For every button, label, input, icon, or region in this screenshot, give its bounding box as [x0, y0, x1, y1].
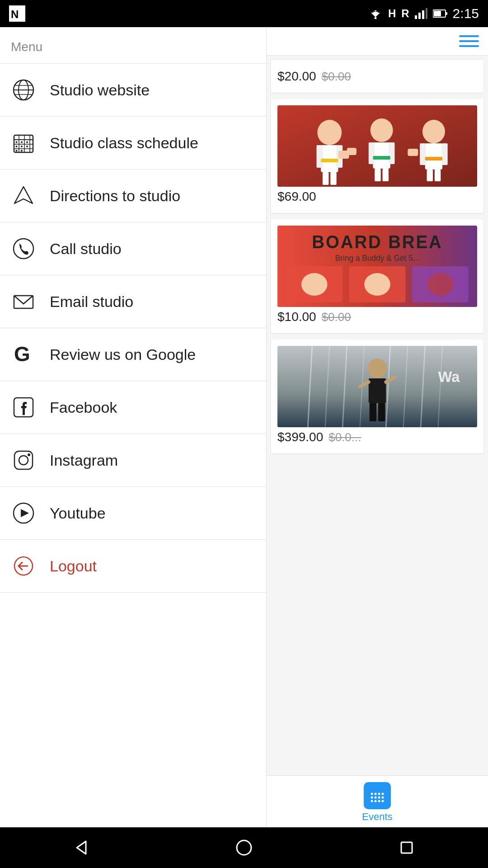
globe-icon — [11, 77, 36, 103]
product-image-warrior: Wa — [277, 346, 477, 427]
google-icon: G — [11, 342, 36, 367]
svg-point-39 — [19, 456, 28, 465]
product-card-1[interactable]: $20.00 $0.00 — [271, 60, 483, 93]
menu-item-facebook[interactable]: Facebook — [0, 381, 266, 434]
svg-point-99 — [382, 793, 384, 795]
r-indicator: R — [401, 7, 409, 20]
svg-point-76 — [301, 273, 328, 296]
menu-item-review-google[interactable]: G Review us on Google — [0, 328, 266, 381]
home-button[interactable] — [230, 834, 258, 861]
svg-point-27 — [26, 142, 28, 143]
battery-icon — [433, 9, 447, 18]
price-row-1: $20.00 $0.00 — [277, 66, 477, 86]
directions-label: Directions to studio — [50, 187, 180, 205]
menu-item-logout[interactable]: Logout — [0, 540, 266, 593]
svg-point-34 — [14, 239, 33, 259]
svg-rect-7 — [418, 13, 421, 19]
menu-item-email-studio[interactable]: Email studio — [0, 275, 266, 328]
svg-text:Bring a Buddy & Get 5...: Bring a Buddy & Get 5... — [335, 254, 419, 263]
svg-point-101 — [375, 797, 377, 799]
svg-point-106 — [378, 800, 380, 802]
price-row-2: $69.00 — [277, 187, 477, 207]
status-bar-right: H R 2:15 — [368, 6, 479, 21]
price-row-3: $10.00 $0.00 — [277, 307, 477, 327]
product-image-board-break: BOARD BREA Bring a Buddy & Get 5... — [277, 226, 477, 307]
svg-text:N: N — [11, 8, 19, 20]
menu-item-youtube[interactable]: Youtube — [0, 487, 266, 540]
h-indicator: H — [388, 7, 396, 20]
phone-icon — [11, 236, 36, 261]
svg-text:Wa: Wa — [438, 368, 460, 385]
svg-point-78 — [427, 273, 454, 296]
menu-item-instagram[interactable]: Instagram — [0, 434, 266, 487]
svg-rect-56 — [369, 142, 375, 164]
nav-bar — [0, 827, 488, 868]
svg-rect-51 — [323, 172, 328, 185]
menu-item-studio-class-schedule[interactable]: Studio class schedule — [0, 117, 266, 170]
right-panel-header — [267, 27, 488, 56]
logout-label: Logout — [50, 557, 97, 575]
menu-item-call-studio[interactable]: Call studio — [0, 222, 266, 275]
product-card-3[interactable]: BOARD BREA Bring a Buddy & Get 5... $10.… — [271, 219, 483, 333]
events-tab[interactable]: Events — [267, 775, 488, 827]
svg-point-26 — [21, 142, 23, 143]
svg-rect-95 — [367, 786, 387, 806]
right-panel: $20.00 $0.00 — [267, 27, 488, 827]
youtube-label: Youtube — [50, 505, 106, 522]
price-main-1: $20.00 — [277, 69, 316, 84]
svg-marker-33 — [14, 187, 33, 203]
studio-class-schedule-label: Studio class schedule — [50, 134, 198, 152]
instagram-icon — [11, 448, 36, 473]
status-bar: N H R 2:15 — [0, 0, 488, 27]
svg-point-77 — [364, 273, 390, 296]
svg-marker-108 — [77, 841, 86, 854]
svg-point-103 — [382, 797, 384, 799]
menu-panel: Menu Studio website — [0, 27, 267, 827]
menu-item-studio-website[interactable]: Studio website — [0, 64, 266, 117]
app-logo-icon: N — [9, 5, 25, 22]
main-container: Menu Studio website — [0, 27, 488, 827]
hamburger-line-1 — [459, 35, 479, 37]
hamburger-line-2 — [459, 40, 479, 42]
price-row-4: $399.00 $0.0... — [277, 427, 477, 447]
mail-icon — [11, 289, 36, 314]
price-strike-4: $0.0... — [328, 430, 361, 444]
menu-title: Menu — [0, 27, 266, 64]
svg-rect-55 — [373, 142, 390, 169]
svg-text:BOARD BREA: BOARD BREA — [312, 231, 442, 252]
svg-rect-48 — [316, 145, 323, 168]
svg-rect-50 — [321, 159, 338, 162]
price-strike-3: $0.00 — [322, 310, 351, 324]
svg-rect-58 — [373, 156, 390, 160]
calendar-grid-icon — [11, 130, 36, 156]
email-studio-label: Email studio — [50, 293, 133, 311]
svg-point-28 — [16, 146, 18, 147]
back-button[interactable] — [68, 834, 95, 861]
svg-point-96 — [371, 793, 373, 795]
recents-button[interactable] — [393, 834, 420, 861]
hamburger-line-3 — [459, 45, 479, 47]
svg-point-31 — [16, 150, 18, 152]
svg-point-104 — [371, 800, 373, 802]
svg-rect-52 — [330, 172, 336, 185]
svg-rect-68 — [435, 170, 441, 181]
svg-point-30 — [26, 146, 28, 147]
hamburger-button[interactable] — [459, 35, 479, 47]
svg-rect-89 — [369, 378, 386, 403]
svg-point-97 — [375, 793, 377, 795]
product-card-4[interactable]: Wa $399.00 $0.0... — [271, 340, 483, 453]
svg-rect-11 — [446, 12, 447, 15]
svg-rect-63 — [425, 143, 442, 170]
svg-rect-65 — [441, 143, 447, 165]
product-card-2[interactable]: $69.00 — [271, 99, 483, 213]
svg-point-40 — [28, 453, 30, 456]
svg-rect-6 — [415, 15, 417, 19]
menu-item-directions[interactable]: Directions to studio — [0, 170, 266, 222]
svg-marker-42 — [21, 509, 29, 517]
product-image-kids-karate — [277, 105, 477, 187]
svg-text:G: G — [14, 343, 30, 366]
svg-point-98 — [378, 793, 380, 795]
studio-website-label: Studio website — [50, 81, 150, 99]
svg-point-102 — [378, 797, 380, 799]
svg-rect-64 — [420, 143, 426, 165]
